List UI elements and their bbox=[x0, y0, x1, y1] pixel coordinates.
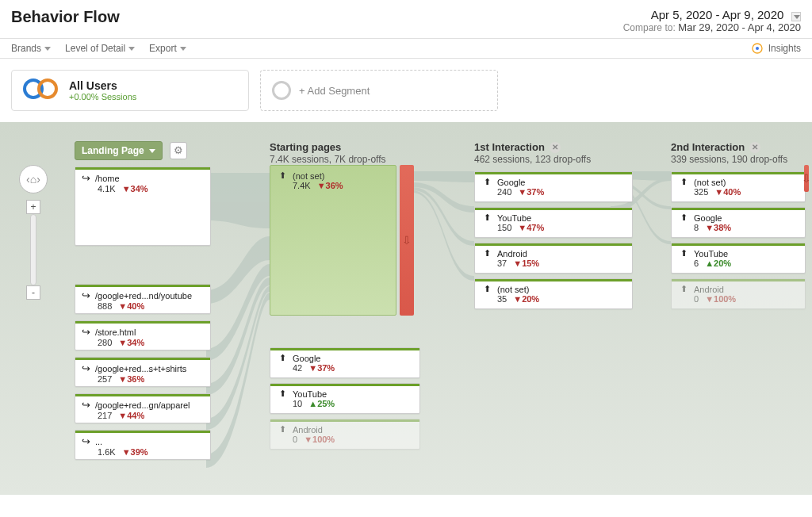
flow-node[interactable]: ⬆(not set)35▼20% bbox=[474, 278, 633, 309]
zoom-slider[interactable] bbox=[30, 214, 36, 285]
compare-range: Mar 29, 2020 - Apr 4, 2020 bbox=[678, 21, 801, 33]
node-label: Google bbox=[293, 354, 320, 363]
segment-subtitle: +0.00% Sessions bbox=[69, 92, 136, 101]
step-icon: ⬆ bbox=[481, 248, 492, 258]
insights-label: Insights bbox=[768, 43, 801, 54]
step-icon: ⬆ bbox=[481, 177, 492, 187]
arrow-icon: ↪ bbox=[82, 326, 90, 338]
node-label: Google bbox=[497, 178, 525, 187]
landing-node[interactable]: ↪/store.html280▼34% bbox=[75, 320, 211, 350]
landing-node[interactable]: ↪/home4.1K▼34% bbox=[75, 167, 211, 246]
zoom-out-button[interactable]: - bbox=[26, 285, 40, 300]
insights-button[interactable]: Insights bbox=[751, 42, 801, 55]
node-delta: ▼44% bbox=[118, 411, 144, 420]
step-icon: ⬆ bbox=[277, 353, 288, 363]
landing-node[interactable]: ↪/google+red...nd/youtube888▼40% bbox=[75, 284, 211, 314]
flow-node[interactable]: ⬆YouTube10▲25% bbox=[270, 383, 420, 414]
chevron-down-icon bbox=[44, 47, 51, 51]
arrow-icon: ↪ bbox=[82, 172, 90, 184]
node-delta: ▼40% bbox=[714, 187, 741, 197]
level-of-detail-dropdown[interactable]: Level of Detail bbox=[65, 43, 135, 54]
zoom-in-button[interactable]: + bbox=[26, 200, 40, 214]
step-icon: ⬆ bbox=[481, 284, 492, 294]
chevron-down-icon bbox=[149, 149, 155, 153]
node-count: 1.6K bbox=[98, 447, 116, 457]
close-icon[interactable]: ✕ bbox=[749, 142, 760, 153]
node-label: /home bbox=[95, 174, 120, 183]
close-icon[interactable]: ✕ bbox=[550, 142, 561, 153]
date-range[interactable]: Apr 5, 2020 - Apr 9, 2020 bbox=[651, 8, 784, 21]
dropoff-bar-second bbox=[804, 165, 809, 192]
node-label: (not set) bbox=[497, 285, 529, 294]
node-delta: ▼20% bbox=[513, 294, 539, 304]
landing-node[interactable]: ↪...1.6K▼39% bbox=[75, 430, 211, 460]
node-count: 217 bbox=[98, 411, 112, 420]
flow-node[interactable]: ⬆(not set)325▼40% bbox=[671, 171, 806, 202]
node-delta: ▼47% bbox=[518, 223, 544, 232]
node-delta: ▼37% bbox=[518, 187, 544, 197]
node-count: 888 bbox=[98, 301, 112, 311]
node-delta: ▲25% bbox=[308, 399, 335, 408]
node-delta: ▼37% bbox=[308, 363, 335, 373]
flow-node[interactable]: ⬆Google8▼38% bbox=[671, 207, 806, 238]
col-header-first: 1st Interaction bbox=[474, 141, 545, 153]
node-count: 4.1K bbox=[98, 184, 116, 193]
node-label: Google bbox=[694, 213, 722, 223]
node-count: 257 bbox=[98, 374, 112, 384]
node-starting-notset[interactable]: ⬆(not set) 7.4K▼36% bbox=[270, 165, 396, 316]
step-icon: ⬆ bbox=[678, 284, 689, 294]
step-icon: ⬆ bbox=[678, 248, 689, 258]
arrow-icon: ↪ bbox=[82, 435, 90, 447]
node-delta: ▼100% bbox=[705, 294, 736, 304]
node-delta: ▼40% bbox=[118, 301, 144, 311]
node-label: YouTube bbox=[497, 213, 531, 223]
add-segment-button[interactable]: + Add Segment bbox=[260, 70, 498, 111]
node-delta: ▲20% bbox=[705, 258, 731, 268]
node-label: Android bbox=[497, 249, 527, 258]
step-icon: ⬆ bbox=[678, 213, 689, 223]
col-header-starting: Starting pages bbox=[270, 141, 428, 153]
node-label: ... bbox=[95, 437, 102, 446]
node-label: /google+red...s+t+shirts bbox=[95, 364, 186, 373]
export-dropdown[interactable]: Export bbox=[149, 43, 186, 54]
node-label: /google+red...nd/youtube bbox=[95, 291, 192, 301]
add-segment-circle-icon bbox=[272, 81, 291, 100]
add-segment-label: + Add Segment bbox=[299, 85, 370, 97]
landing-node[interactable]: ↪/google+red...s+t+shirts257▼36% bbox=[75, 357, 211, 387]
segment-all-users[interactable]: All Users +0.00% Sessions bbox=[11, 70, 249, 111]
node-label: /store.html bbox=[95, 327, 136, 337]
dimension-select[interactable]: Landing Page bbox=[75, 141, 163, 160]
flow-node[interactable]: ⬆Google240▼37% bbox=[474, 171, 633, 202]
step-icon: ⬆ bbox=[277, 170, 288, 181]
chevron-down-icon bbox=[180, 47, 186, 51]
step-icon: ⬆ bbox=[277, 389, 288, 399]
segment-circles-icon bbox=[23, 79, 61, 102]
node-label: YouTube bbox=[293, 389, 327, 399]
chevron-down-icon bbox=[128, 47, 135, 51]
step-icon: ⬆ bbox=[481, 213, 492, 223]
flow-node[interactable]: ⬆Android37▼15% bbox=[474, 243, 633, 274]
node-label: (not set) bbox=[293, 171, 324, 181]
zoom-control: ⌂ + - bbox=[19, 165, 48, 300]
dimension-label: Landing Page bbox=[82, 145, 144, 156]
page-title: Behavior Flow bbox=[11, 8, 120, 26]
flow-node[interactable]: ⬆Android0▼100% bbox=[270, 419, 420, 450]
zoom-home-button[interactable]: ⌂ bbox=[19, 165, 48, 193]
flow-node[interactable]: ⬆YouTube6▲20% bbox=[671, 243, 806, 274]
node-delta: ▼36% bbox=[118, 374, 144, 384]
brands-dropdown[interactable]: Brands bbox=[11, 43, 51, 54]
dimension-settings-button[interactable]: ⚙ bbox=[170, 142, 187, 159]
flow-node[interactable]: ⬆Android0▼100% bbox=[671, 278, 806, 309]
node-delta: ▼38% bbox=[705, 223, 731, 232]
dropoff-bar-starting bbox=[400, 165, 414, 316]
node-label: /google+red...gn/apparel bbox=[95, 400, 190, 410]
node-label: Android bbox=[293, 425, 323, 435]
node-count: 0 bbox=[293, 435, 297, 444]
landing-node[interactable]: ↪/google+red...gn/apparel217▼44% bbox=[75, 393, 211, 423]
date-range-caret-icon[interactable] bbox=[791, 12, 801, 21]
flow-node[interactable]: ⬆YouTube150▼47% bbox=[474, 207, 633, 238]
col-sub-starting: 7.4K sessions, 7K drop-offs bbox=[270, 154, 428, 165]
arrow-icon: ↪ bbox=[82, 399, 90, 411]
node-count: 37 bbox=[497, 258, 507, 268]
flow-node[interactable]: ⬆Google42▼37% bbox=[270, 347, 420, 378]
